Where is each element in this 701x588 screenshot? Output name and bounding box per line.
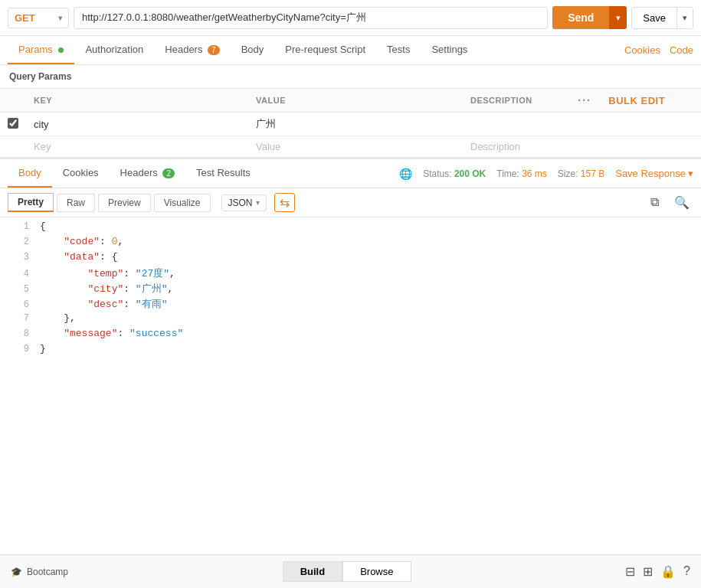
help-icon[interactable]: ? <box>683 564 690 579</box>
view-raw-button[interactable]: Raw <box>57 194 95 212</box>
resp-tab-headers[interactable]: Headers 2 <box>110 159 185 188</box>
url-input[interactable] <box>74 7 548 29</box>
layout-icon-1[interactable]: ⊟ <box>625 564 635 579</box>
json-line-8: 8 "message": "success" <box>0 328 701 343</box>
tab-body[interactable]: Body <box>231 36 275 64</box>
send-btn-group: Send ▾ <box>552 6 627 29</box>
placeholder-value[interactable]: Value <box>248 136 463 158</box>
headers-badge: 7 <box>208 45 220 55</box>
row-key-value: city <box>34 119 49 130</box>
layout-icon-2[interactable]: ⊞ <box>643 564 653 579</box>
resp-tab-test-results[interactable]: Test Results <box>185 159 261 188</box>
line-num-3: 3 <box>8 252 29 263</box>
format-select[interactable]: JSON ▾ <box>221 194 267 211</box>
json-line-6: 6 "desc": "有雨" <box>0 297 701 312</box>
view-pretty-button[interactable]: Pretty <box>8 193 54 212</box>
line-num-6: 6 <box>8 299 29 310</box>
line-num-7: 7 <box>8 313 29 324</box>
save-response-label: Save Response <box>615 168 686 179</box>
bootcamp-icon: 🎓 <box>11 567 22 577</box>
tab-authorization[interactable]: Authorization <box>74 36 154 64</box>
row-extra-1 <box>570 113 601 136</box>
line-num-4: 4 <box>8 269 29 279</box>
response-panel: Body Cookies Headers 2 Test Results 🌐 St… <box>0 157 701 554</box>
placeholder-key[interactable]: Key <box>26 136 248 158</box>
format-chevron-icon: ▾ <box>256 198 260 207</box>
params-placeholder-row: Key Value Description <box>0 136 701 158</box>
placeholder-extra-1 <box>570 136 601 158</box>
code-link[interactable]: Code <box>670 44 693 56</box>
view-preview-button[interactable]: Preview <box>98 194 151 212</box>
format-value: JSON <box>228 198 253 208</box>
json-line-4-content: "temp": "27度", <box>40 266 175 280</box>
json-line-4: 4 "temp": "27度", <box>0 266 701 282</box>
copy-icon[interactable]: ⧉ <box>647 194 663 211</box>
toolbar-right: ⧉ 🔍 <box>647 194 693 211</box>
save-btn-group: Save ▾ <box>631 7 693 29</box>
resp-tab-cookies[interactable]: Cookies <box>52 159 110 188</box>
json-line-9: 9 } <box>0 343 701 358</box>
placeholder-desc[interactable]: Description <box>463 136 570 158</box>
resp-tab-body[interactable]: Body <box>8 159 52 188</box>
json-line-8-content: "message": "success" <box>40 328 183 339</box>
bulk-edit-button[interactable]: Bulk Edit <box>608 95 665 106</box>
json-root-close: } <box>40 343 46 354</box>
footer-icons: ⊟ ⊞ 🔒 ? <box>625 564 690 579</box>
json-line-5-content: "city": "广州", <box>40 282 173 296</box>
tab-settings-label: Settings <box>431 44 467 55</box>
line-num-8: 8 <box>8 328 29 339</box>
tab-headers[interactable]: Headers 7 <box>154 36 230 64</box>
row-key-cell: city <box>26 113 248 136</box>
tab-params[interactable]: Params <box>8 36 74 64</box>
row-checkbox[interactable] <box>8 118 18 129</box>
params-key-header: KEY <box>26 89 248 113</box>
more-options-icon[interactable]: ··· <box>578 94 591 106</box>
footer: 🎓 Bootcamp Build Browse ⊟ ⊞ 🔒 ? <box>0 554 701 588</box>
query-params-label: Query Params <box>0 65 701 89</box>
params-table: KEY VALUE DESCRIPTION ··· Bulk Edit city <box>0 89 701 157</box>
request-tabs-row: Params Authorization Headers 7 Body Pre-… <box>0 36 701 65</box>
placeholder-extra-2 <box>601 136 701 158</box>
tab-headers-label: Headers <box>165 44 202 55</box>
time-label: Time: 36 ms <box>496 168 547 179</box>
save-dropdown-button[interactable]: ▾ <box>676 8 693 28</box>
body-toolbar: Pretty Raw Preview Visualize JSON ▾ ⇆ ⧉ … <box>0 188 701 217</box>
request-bar: GET ▾ Send ▾ Save ▾ <box>0 0 701 36</box>
json-line-2-content: "code": 0, <box>40 236 123 247</box>
resp-headers-badge: 2 <box>162 168 175 178</box>
browse-button[interactable]: Browse <box>342 561 411 582</box>
save-response-button[interactable]: Save Response ▾ <box>615 168 693 179</box>
tab-tests-label: Tests <box>387 44 410 55</box>
line-num-5: 5 <box>8 284 29 295</box>
cookies-link[interactable]: Cookies <box>624 44 660 56</box>
send-dropdown-button[interactable]: ▾ <box>609 6 627 29</box>
json-line-5: 5 "city": "广州", <box>0 282 701 297</box>
size-value: 157 B <box>581 168 604 179</box>
globe-icon[interactable]: 🌐 <box>399 168 412 180</box>
lock-icon[interactable]: 🔒 <box>660 564 676 579</box>
save-button[interactable]: Save <box>632 8 676 28</box>
time-value: 36 ms <box>522 168 547 179</box>
row-extra-2 <box>601 113 701 136</box>
params-value-header: VALUE <box>248 89 463 113</box>
json-content: 1 { 2 "code": 0, 3 "data": { 4 "temp": "… <box>0 217 701 554</box>
row-desc-cell <box>463 113 570 136</box>
build-button[interactable]: Build <box>283 561 343 582</box>
resp-tab-headers-label: Headers <box>120 167 158 178</box>
tab-settings[interactable]: Settings <box>421 36 478 64</box>
method-select[interactable]: GET ▾ <box>8 8 69 28</box>
tab-tests[interactable]: Tests <box>376 36 421 64</box>
tab-prerequest[interactable]: Pre-request Script <box>274 36 376 64</box>
row-value-value: 广州 <box>256 118 276 129</box>
wrap-button[interactable]: ⇆ <box>274 193 295 212</box>
view-visualize-button[interactable]: Visualize <box>154 194 211 212</box>
params-more-cell: ··· <box>570 89 601 113</box>
method-chevron-icon: ▾ <box>58 14 62 22</box>
bootcamp-link[interactable]: 🎓 Bootcamp <box>11 567 68 577</box>
tab-body-label: Body <box>241 44 264 55</box>
send-button[interactable]: Send <box>552 6 609 29</box>
search-icon[interactable]: 🔍 <box>670 194 693 211</box>
tab-params-label: Params <box>18 44 53 55</box>
table-row: city 广州 <box>0 113 701 136</box>
params-checkbox-header <box>0 89 26 113</box>
